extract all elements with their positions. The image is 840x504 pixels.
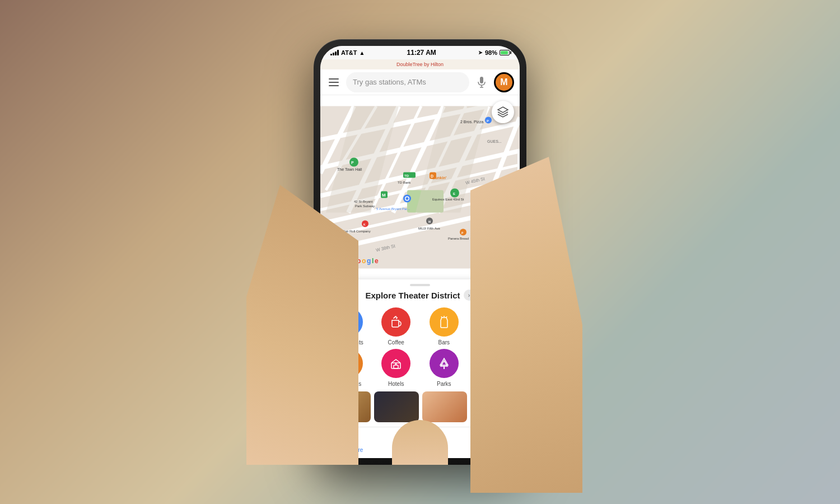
svg-text:P: P — [351, 161, 354, 165]
svg-text:GUES...: GUES... — [487, 139, 502, 143]
category-hotels[interactable]: Hotels — [374, 349, 419, 387]
phone-wrapper: AT&T ▲ 11:27 AM ➤ 98% DoubleTree by Hilt… — [314, 39, 526, 465]
bars-label: Bars — [438, 339, 450, 346]
photo-3[interactable] — [422, 391, 467, 422]
svg-rect-88 — [394, 365, 398, 368]
hotels-icon-bg — [381, 349, 410, 378]
avatar-initial: M — [500, 77, 507, 87]
search-placeholder: Try gas stations, ATMs — [353, 78, 426, 86]
category-parks[interactable]: Parks — [422, 349, 466, 387]
svg-point-89 — [395, 363, 397, 365]
layers-button[interactable] — [492, 101, 514, 123]
signal-bar-4 — [337, 50, 339, 55]
location-arrow-icon: ➤ — [478, 50, 483, 55]
coffee-icon — [389, 315, 403, 329]
svg-rect-0 — [480, 77, 483, 83]
svg-text:Park Subway: Park Subway — [355, 204, 375, 208]
signal-bar-3 — [335, 52, 337, 55]
mic-icon — [477, 76, 486, 88]
wifi-icon: ▲ — [360, 50, 365, 56]
svg-text:The Town Hall: The Town Hall — [337, 167, 362, 171]
hotels-label: Hotels — [388, 381, 404, 387]
search-input[interactable]: Try gas stations, ATMs — [346, 72, 469, 92]
coffee-icon-bg — [381, 307, 410, 337]
svg-line-72 — [441, 316, 442, 318]
parks-icon — [437, 356, 451, 371]
status-bar: AT&T ▲ 11:27 AM ➤ 98% — [320, 46, 520, 59]
svg-text:g: g — [367, 257, 371, 265]
menu-button[interactable] — [326, 74, 342, 90]
carrier-label: AT&T — [341, 49, 357, 56]
svg-text:D: D — [431, 174, 433, 178]
svg-text:TD Bank: TD Bank — [398, 181, 411, 184]
parks-icon-bg — [430, 349, 459, 378]
svg-marker-64 — [498, 107, 508, 113]
svg-text:2 Bros. Pizza: 2 Bros. Pizza — [460, 120, 483, 124]
signal-bar-1 — [330, 54, 332, 55]
signal-bar-2 — [333, 53, 334, 55]
hamburger-line-1 — [329, 78, 339, 80]
svg-text:P: P — [487, 119, 489, 123]
battery-fill — [501, 51, 508, 54]
status-right: ➤ 98% — [478, 49, 510, 56]
beer-icon — [437, 315, 451, 329]
explore-title: Explore Theater District — [365, 291, 460, 300]
battery-icon — [500, 50, 510, 55]
hamburger-line-3 — [329, 85, 339, 86]
category-coffee[interactable]: Coffee — [374, 307, 419, 346]
svg-text:l: l — [372, 257, 374, 265]
promo-text: DoubleTree by Hilton — [396, 62, 444, 67]
svg-text:Kati Roll Company: Kati Roll Company — [343, 230, 371, 233]
search-bar: Try gas stations, ATMs M — [320, 69, 520, 95]
svg-text:Equinox East 43rd St: Equinox East 43rd St — [432, 198, 464, 201]
svg-text:42 St-Bryant: 42 St-Bryant — [354, 200, 373, 203]
svg-text:E: E — [453, 192, 455, 195]
svg-text:M: M — [428, 220, 431, 223]
svg-line-74 — [446, 316, 447, 318]
svg-text:TD: TD — [404, 174, 409, 178]
coffee-label: Coffee — [388, 339, 404, 346]
svg-text:e: e — [375, 257, 379, 265]
avatar-button[interactable]: M — [494, 72, 514, 92]
svg-point-61 — [406, 197, 409, 200]
mic-button[interactable] — [474, 74, 489, 90]
hotel-icon — [389, 356, 403, 371]
status-time: 11:27 AM — [407, 49, 436, 57]
svg-text:MUJI Fifth Ave: MUJI Fifth Ave — [418, 227, 441, 230]
svg-text:5 Avenue-Bryant Par...: 5 Avenue-Bryant Par... — [376, 207, 410, 211]
svg-text:M: M — [382, 193, 386, 198]
battery-percent: 98% — [485, 49, 497, 56]
handle-bar — [410, 284, 430, 286]
svg-marker-90 — [440, 358, 448, 365]
parks-label: Parks — [437, 381, 451, 387]
svg-text:o: o — [362, 257, 366, 265]
hamburger-line-2 — [329, 82, 339, 83]
bars-icon-bg — [430, 307, 459, 337]
svg-text:K: K — [363, 223, 366, 226]
layers-icon — [497, 106, 509, 118]
category-bars[interactable]: Bars — [422, 307, 466, 346]
status-left: AT&T ▲ — [330, 49, 365, 56]
promo-banner[interactable]: DoubleTree by Hilton — [320, 59, 520, 69]
photo-2[interactable] — [374, 391, 419, 422]
signal-bars — [330, 50, 339, 55]
svg-text:Panera Bread: Panera Bread — [448, 237, 469, 240]
